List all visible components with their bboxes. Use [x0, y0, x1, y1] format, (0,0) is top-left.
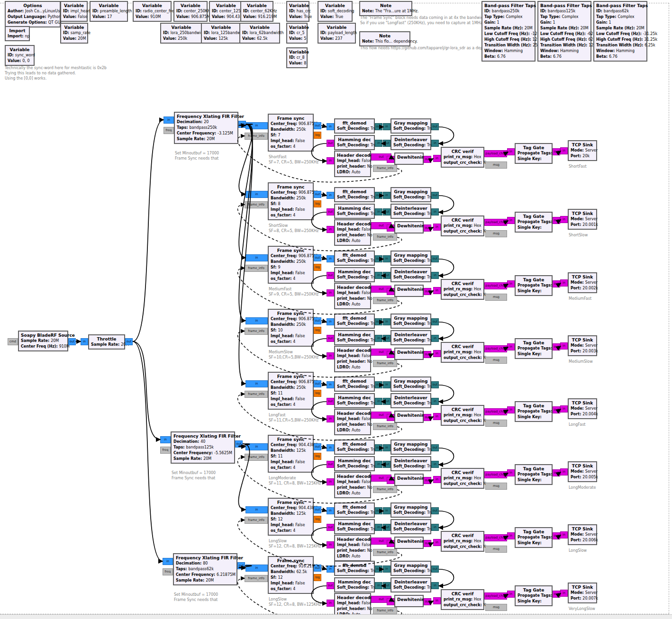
in-port[interactable]: in [245, 317, 268, 324]
frame-info-port[interactable]: frame_info [373, 423, 397, 430]
dewhitening-block[interactable]: Dewhitening [394, 411, 424, 423]
in-port[interactable]: in [433, 413, 441, 420]
out-port[interactable]: out [314, 191, 321, 198]
gray-mapping-block[interactable]: Gray mappingSoft_Decoding:True [390, 118, 431, 134]
in-port[interactable]: in [560, 147, 568, 154]
freq-port[interactable]: freq [160, 447, 171, 454]
in-port[interactable]: in [387, 414, 394, 421]
in-port[interactable]: in [327, 192, 334, 199]
tcp-sink-block[interactable]: TCP SinkMode:ServerPort:20.007k [568, 583, 597, 603]
tcp-sink-block[interactable]: TCP SinkMode:ServerPort:20.001k [568, 209, 597, 230]
log-port[interactable]: log [314, 453, 321, 460]
out-port[interactable]: out [383, 335, 390, 342]
in-port[interactable]: in [327, 507, 334, 514]
log-port[interactable]: log [314, 264, 321, 271]
frame-info-port[interactable]: frame_info [373, 233, 397, 241]
in-port[interactable]: in [327, 123, 334, 130]
gray-mapping-block[interactable]: Gray mappingSoft_Decoding:True [390, 561, 431, 576]
out-port[interactable]: out [431, 255, 439, 262]
out-port[interactable]: out [375, 255, 382, 262]
dewhitening-block[interactable]: Dewhitening [394, 474, 424, 486]
dewhitening-block[interactable]: Dewhitening [394, 537, 424, 549]
in-port[interactable]: in [81, 338, 88, 345]
hamming-dec-block[interactable]: Hamming decSoft_Decoding:True [334, 204, 375, 219]
fft-demod-block[interactable]: fft_demodSoft_Decoding:True [334, 187, 375, 202]
fft-demod-block[interactable]: fft_demodSoft_Decoding:True [334, 561, 375, 576]
frame-sync-block[interactable]: Frame syncCenter_freq:906.875MBandwidth:… [268, 309, 314, 347]
out-port[interactable]: out [424, 414, 431, 421]
deinterleaver-block[interactable]: DeinterleaverSoft_Decoding:True [390, 519, 431, 534]
out-port[interactable]: out [327, 140, 334, 147]
msg-port[interactable]: msg [485, 294, 507, 301]
in-port[interactable]: in [375, 208, 382, 215]
deinterleaver-block[interactable]: DeinterleaverSoft_Decoding:True [390, 135, 431, 150]
header-decoder-block[interactable]: Header decoderImpl_head:Falseprint_heade… [334, 219, 371, 246]
in-port[interactable]: in [433, 224, 441, 231]
hamming-dec-block[interactable]: Hamming decSoft_Decoding:True [334, 519, 375, 534]
in-port[interactable]: in [560, 531, 568, 538]
in-port[interactable]: in [383, 444, 390, 451]
in-port[interactable]: in [560, 468, 568, 475]
in-port[interactable]: in [245, 122, 268, 129]
out-port[interactable]: out [424, 224, 431, 232]
in-port[interactable]: in [431, 398, 439, 405]
in-port[interactable]: in [431, 208, 439, 215]
variable-center-62khz-block[interactable]: VariableID:center_62KHzValue:916.219M [240, 1, 273, 22]
in-port[interactable]: in [507, 343, 515, 350]
frame-info-port[interactable]: frame_info [373, 297, 397, 304]
variable-sync-word-block[interactable]: VariableID:sync_wordValue:0, 0 [5, 45, 35, 66]
hamming-dec-block[interactable]: Hamming decSoft_Decoding:True [334, 393, 375, 408]
frame-sync-block[interactable]: Frame syncCenter_freq:906.875MBandwidth:… [268, 372, 314, 410]
in-port[interactable]: in [560, 216, 568, 223]
variable-center-125khz-block[interactable]: VariableID:center_125KHzValue:904.438M [209, 1, 243, 22]
tcp-sink-block[interactable]: TCP SinkMode:ServerPort:20.004k [568, 398, 597, 419]
log-port[interactable]: log [314, 132, 321, 139]
in-port[interactable]: in [387, 288, 394, 295]
variable-impl-head-block[interactable]: VariableID:impl_headValue:False [60, 1, 88, 22]
frame-info-port[interactable]: frame_info [245, 517, 268, 524]
out-port[interactable]: out [553, 406, 560, 413]
tcp-sink-block[interactable]: TCP SinkMode:ServerPort:20.003k [568, 335, 597, 356]
in-port[interactable]: in [327, 226, 334, 233]
in-port[interactable]: in [327, 444, 334, 451]
out-port[interactable]: out [431, 507, 439, 514]
in-port[interactable]: in [431, 582, 439, 589]
frame-info-port[interactable]: frame_info [245, 391, 268, 398]
out-port[interactable]: out [383, 398, 390, 405]
in-port[interactable]: in [387, 351, 394, 358]
out-port[interactable]: out [431, 381, 439, 388]
in-port[interactable]: in [387, 224, 394, 232]
in-port[interactable]: in [383, 507, 390, 514]
out-port[interactable]: out [553, 217, 560, 224]
log-port[interactable]: log [314, 390, 321, 397]
deinterleaver-block[interactable]: DeinterleaverSoft_Decoding:True [390, 577, 431, 592]
flowgraph-canvas[interactable]: OptionsAuthor:Josh Co...yLinuxUser)Outpu… [0, 0, 672, 619]
freq-port[interactable]: freq [163, 568, 173, 575]
in-port[interactable]: in [163, 117, 174, 124]
import-np-block[interactable]: ImportImport:np [5, 26, 30, 41]
variable-radio-center-freq-block[interactable]: VariableID:radio_center_freqValue:910M [133, 1, 172, 22]
frame-sync-block[interactable]: Frame syncCenter_freq:906.875MBandwidth:… [268, 246, 314, 284]
out-port[interactable]: out [553, 343, 560, 350]
out-port[interactable]: out [235, 440, 243, 448]
in-port[interactable]: in [433, 597, 441, 604]
msg-port[interactable]: msg [485, 420, 507, 427]
out-port[interactable]: out [424, 351, 431, 358]
in-port[interactable]: in [507, 591, 515, 598]
out-port[interactable]: out [375, 192, 382, 199]
deinterleaver-block[interactable]: DeinterleaverSoft_Decoding:True [390, 267, 431, 282]
header-decoder-block[interactable]: Header decoderImpl_head:Falseprint_heade… [334, 151, 371, 177]
in-port[interactable]: in [245, 254, 268, 261]
hamming-dec-block[interactable]: Hamming decSoft_Decoding:True [334, 577, 375, 592]
in-port[interactable]: in [375, 582, 382, 589]
in-port[interactable]: in [560, 279, 568, 287]
variable-center-250khz-block[interactable]: VariableID:center_250KHzValue:906.875M [173, 1, 208, 22]
frame-info-port[interactable]: frame_info [373, 360, 397, 367]
in-port[interactable]: in [375, 524, 382, 531]
out-port[interactable]: out [375, 318, 382, 325]
payload-char-port[interactable]: payload_char [484, 471, 507, 478]
msg-port[interactable]: msg [485, 604, 507, 611]
out-port[interactable]: out [424, 156, 431, 163]
in-port[interactable]: in [245, 380, 268, 387]
in-port[interactable]: in [433, 476, 441, 483]
